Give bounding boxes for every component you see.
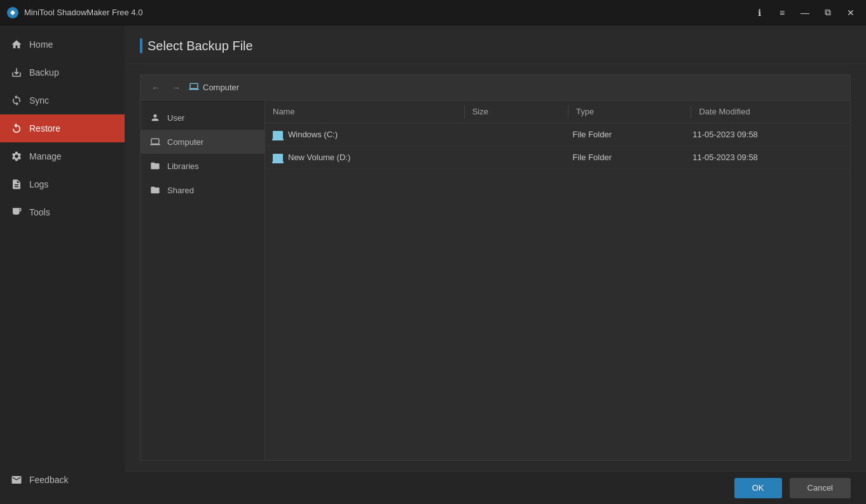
panel-label-shared: Shared	[167, 186, 194, 195]
dialog: ← → Computer User	[140, 74, 851, 461]
restore-button[interactable]: ⧉	[819, 4, 837, 22]
page-title: Select Backup File	[140, 38, 851, 53]
computer-panel-icon	[149, 136, 161, 147]
tools-icon	[10, 206, 23, 219]
panel-item-libraries[interactable]: Libraries	[141, 154, 265, 178]
logs-icon	[10, 178, 23, 191]
row-date-1: 11-05-2023 09:58	[692, 153, 842, 162]
sidebar-item-tools[interactable]: Tools	[0, 198, 125, 226]
menu-button[interactable]: ≡	[773, 4, 791, 22]
home-icon	[10, 38, 23, 51]
split-pane: User Computer Libraries	[141, 100, 850, 460]
col-header-type: Type	[576, 107, 691, 116]
sidebar-item-home[interactable]: Home	[0, 31, 125, 58]
close-button[interactable]: ✕	[842, 4, 860, 22]
row-type-0: File Folder	[573, 130, 693, 139]
sidebar-item-logs[interactable]: Logs	[0, 170, 125, 198]
row-name-1: New Volume (D:)	[273, 153, 472, 162]
restore-icon	[10, 122, 23, 135]
nav-bar: ← → Computer	[141, 75, 850, 100]
footer: OK Cancel	[125, 471, 866, 504]
minimize-button[interactable]: —	[796, 4, 814, 22]
computer-nav-icon	[189, 81, 199, 93]
app-logo	[6, 6, 19, 19]
sidebar-label-restore: Restore	[29, 123, 60, 133]
manage-icon	[10, 150, 23, 163]
sync-icon	[10, 94, 23, 107]
cancel-button[interactable]: Cancel	[790, 478, 851, 498]
shared-panel-icon	[149, 184, 161, 196]
sidebar-label-logs: Logs	[29, 179, 48, 189]
right-panel: Name Size Type Date Modified	[265, 100, 850, 460]
sidebar-label-sync: Sync	[29, 95, 49, 106]
panel-item-computer[interactable]: Computer	[141, 130, 265, 154]
content-area: Select Backup File ← → Computer	[125, 25, 866, 504]
nav-path-text: Computer	[203, 83, 239, 92]
page-title-text: Select Backup File	[148, 39, 253, 53]
col-divider-3	[691, 106, 691, 118]
panel-label-computer: Computer	[167, 137, 203, 147]
table-row[interactable]: Windows (C:) File Folder 11-05-2023 09:5…	[265, 123, 850, 146]
backup-icon	[10, 66, 23, 79]
back-button[interactable]: ←	[148, 80, 163, 95]
drive-icon-0	[273, 131, 283, 139]
row-name-0: Windows (C:)	[273, 130, 472, 139]
nav-path: Computer	[189, 81, 239, 93]
col-divider-1	[464, 106, 465, 118]
table-body: Windows (C:) File Folder 11-05-2023 09:5…	[265, 123, 850, 460]
main-layout: Home Backup Sync Restore Manage	[0, 25, 866, 504]
sidebar-item-feedback[interactable]: Feedback	[0, 466, 125, 494]
sidebar: Home Backup Sync Restore Manage	[0, 25, 125, 504]
forward-button[interactable]: →	[168, 80, 184, 95]
sidebar-label-backup: Backup	[29, 67, 59, 78]
sidebar-label-home: Home	[29, 39, 53, 50]
panel-label-user: User	[167, 113, 184, 123]
panel-item-shared[interactable]: Shared	[141, 178, 265, 202]
panel-item-user[interactable]: User	[141, 106, 265, 130]
sidebar-label-tools: Tools	[29, 207, 50, 217]
drive-icon-1	[273, 154, 283, 161]
left-panel: User Computer Libraries	[141, 100, 265, 460]
app-title: MiniTool ShadowMaker Free 4.0	[24, 8, 750, 17]
row-type-1: File Folder	[573, 153, 693, 162]
title-accent	[140, 38, 142, 53]
sidebar-item-sync[interactable]: Sync	[0, 86, 125, 114]
row-date-0: 11-05-2023 09:58	[692, 130, 842, 139]
libraries-panel-icon	[149, 160, 161, 172]
col-divider-2	[568, 106, 568, 118]
user-panel-icon	[149, 112, 161, 123]
table-header: Name Size Type Date Modified	[265, 100, 850, 123]
titlebar: MiniTool ShadowMaker Free 4.0 ℹ ≡ — ⧉ ✕	[0, 0, 866, 25]
col-header-name: Name	[273, 107, 464, 116]
table-row[interactable]: New Volume (D:) File Folder 11-05-2023 0…	[265, 146, 850, 169]
sidebar-item-restore[interactable]: Restore	[0, 114, 125, 142]
sidebar-item-manage[interactable]: Manage	[0, 142, 125, 170]
window-controls: ℹ ≡ — ⧉ ✕	[750, 4, 860, 22]
sidebar-label-feedback: Feedback	[29, 475, 68, 485]
panel-label-libraries: Libraries	[167, 161, 199, 171]
col-header-size: Size	[472, 107, 568, 116]
feedback-icon	[10, 473, 23, 486]
info-button[interactable]: ℹ	[750, 4, 768, 22]
sidebar-item-backup[interactable]: Backup	[0, 58, 125, 86]
col-header-date: Date Modified	[699, 107, 842, 116]
page-header: Select Backup File	[125, 25, 866, 64]
sidebar-label-manage: Manage	[29, 151, 62, 161]
ok-button[interactable]: OK	[734, 478, 782, 498]
